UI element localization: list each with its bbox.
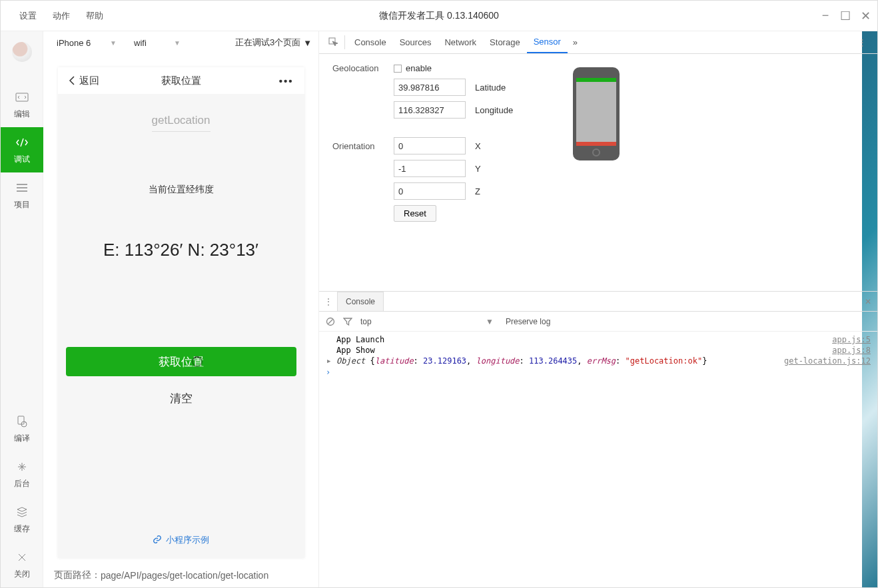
debug-icon: [15, 135, 29, 150]
log-message: App Show: [336, 346, 832, 355]
svg-rect-1: [18, 416, 24, 424]
log-message: Object {latitude: 23.129163, longitude: …: [336, 356, 784, 366]
x-label: X: [475, 141, 481, 151]
compile-icon: [15, 414, 29, 429]
titlebar: 设置 动作 帮助 微信开发者工具 0.13.140600 − ☐ ✕: [1, 1, 877, 31]
page-title: 获取位置: [161, 75, 201, 87]
orientation-x-input[interactable]: [394, 137, 466, 154]
divider: [152, 131, 211, 132]
context-label: top: [360, 317, 372, 326]
longitude-input[interactable]: [394, 101, 466, 119]
chevron-down-icon: ▼: [174, 39, 181, 47]
expand-caret-icon[interactable]: ▶: [327, 358, 330, 364]
phone-orientation-graphic: [573, 67, 620, 160]
log-source-link[interactable]: app.js:8: [832, 346, 871, 355]
tab-network[interactable]: Network: [438, 31, 483, 53]
sidebar-item-project[interactable]: 项目: [1, 172, 43, 218]
console-log-line: App Show app.js:8: [319, 345, 877, 356]
current-location-label: 当前位置经纬度: [149, 184, 214, 196]
back-label: 返回: [79, 75, 99, 87]
sidebar-item-label: 编辑: [14, 109, 30, 120]
tab-console[interactable]: Console: [348, 31, 393, 53]
simulator-body: getLocation 当前位置经纬度 E: 113°26′ N: 23°13′…: [58, 94, 304, 558]
path-label: 页面路径：: [54, 569, 101, 581]
log-source-link[interactable]: get-location.js:12: [784, 356, 871, 366]
preserve-log-checkbox[interactable]: Preserve log: [502, 317, 550, 326]
drawer-menu-icon[interactable]: ⋮: [319, 292, 338, 311]
clear-button[interactable]: 清空: [170, 391, 193, 406]
sidebar-item-label: 缓存: [14, 523, 30, 535]
device-dropdown[interactable]: iPhone 6 ▼: [50, 33, 123, 52]
orientation-z-input[interactable]: [394, 182, 466, 200]
sidebar-item-edit[interactable]: 编辑: [1, 82, 43, 127]
enable-label: enable: [406, 63, 432, 73]
element-picker-icon[interactable]: [326, 31, 342, 53]
menu-help[interactable]: 帮助: [86, 10, 103, 22]
simulator-frame: 返回 获取位置 ••• getLocation 当前位置经纬度 E: 113°2…: [58, 67, 304, 558]
sidebar-item-label: 后台: [14, 478, 30, 489]
console-drawer: ⋮ Console ✕ top ▼: [319, 291, 877, 587]
network-dropdown[interactable]: wifi ▼: [127, 33, 187, 52]
sidebar-item-compile[interactable]: 编译: [1, 406, 43, 451]
sidebar-item-label: 项目: [14, 199, 30, 210]
console-log-line: ▶ Object {latitude: 23.129163, longitude…: [319, 356, 877, 366]
geolocation-label: Geolocation: [332, 63, 384, 73]
filter-icon[interactable]: [343, 317, 352, 326]
devtools-panel: Console Sources Network Storage Sensor »…: [319, 31, 877, 587]
debug-pages-label: 正在调试3个页面: [235, 37, 300, 49]
loading-spinner-icon: [192, 356, 203, 367]
sidebar-item-cache[interactable]: 缓存: [1, 497, 43, 542]
sidebar-item-background[interactable]: 后台: [1, 451, 43, 497]
layers-icon: [15, 505, 29, 519]
latitude-label: Latitude: [475, 83, 506, 93]
network-dropdown-label: wifi: [134, 38, 147, 48]
drawer-tab-console[interactable]: Console: [338, 292, 384, 311]
latitude-input[interactable]: [394, 79, 466, 96]
demo-link[interactable]: 小程序示例: [153, 534, 209, 546]
menu-settings[interactable]: 设置: [19, 10, 37, 22]
tab-sensor[interactable]: Sensor: [527, 31, 568, 53]
drawer-close-icon[interactable]: ✕: [859, 292, 877, 311]
devtools-menu-icon[interactable]: ⋮: [854, 31, 871, 53]
left-sidebar: 编辑 调试 项目 编译: [1, 31, 43, 587]
tabs-overflow-icon[interactable]: »: [568, 31, 583, 53]
demo-link-label: 小程序示例: [166, 534, 209, 546]
simulator-toolbar: iPhone 6 ▼ wifi ▼ 正在调试3个页面 ▼: [43, 31, 318, 54]
hamburger-icon: [15, 180, 29, 195]
y-label: Y: [475, 164, 481, 174]
clear-console-icon[interactable]: [326, 317, 335, 326]
page-path-footer: 页面路径： page/API/pages/get-location/get-lo…: [43, 563, 318, 587]
device-dropdown-label: iPhone 6: [57, 38, 91, 48]
tab-storage[interactable]: Storage: [483, 31, 527, 53]
maximize-icon[interactable]: ☐: [839, 9, 852, 23]
log-message: App Launch: [336, 335, 832, 344]
sensor-panel: Geolocation enable Latitude: [319, 54, 877, 291]
avatar[interactable]: [12, 42, 32, 62]
coordinates-display: E: 113°26′ N: 23°13′: [103, 240, 258, 260]
get-location-button[interactable]: 获取位置: [66, 347, 296, 376]
triangle-down-icon: ▼: [486, 317, 494, 326]
enable-geolocation-checkbox[interactable]: enable: [394, 63, 432, 73]
debug-pages-dropdown[interactable]: 正在调试3个页面 ▼: [235, 37, 312, 49]
back-button[interactable]: 返回: [69, 75, 99, 87]
log-source-link[interactable]: app.js:5: [832, 335, 871, 344]
tab-sources[interactable]: Sources: [393, 31, 438, 53]
menu-actions[interactable]: 动作: [53, 10, 70, 22]
checkbox-icon: [394, 65, 402, 73]
context-dropdown[interactable]: top ▼: [360, 317, 494, 326]
console-prompt[interactable]: ›: [319, 366, 877, 378]
orientation-y-input[interactable]: [394, 160, 466, 177]
longitude-label: Longitude: [475, 105, 513, 115]
sidebar-item-label: 关闭: [14, 569, 30, 580]
chevron-down-icon: ▼: [110, 39, 117, 47]
devtools-tabbar: Console Sources Network Storage Sensor »…: [319, 31, 877, 54]
more-icon[interactable]: •••: [279, 75, 294, 87]
minimize-icon[interactable]: −: [819, 9, 832, 23]
chevron-down-icon: ▼: [303, 38, 312, 48]
close-icon[interactable]: ✕: [859, 9, 872, 23]
console-log-line: App Launch app.js:5: [319, 334, 877, 345]
sidebar-item-close[interactable]: 关闭: [1, 542, 43, 587]
preserve-log-label: Preserve log: [506, 317, 550, 326]
reset-button[interactable]: Reset: [394, 205, 436, 222]
sidebar-item-debug[interactable]: 调试: [1, 127, 43, 172]
